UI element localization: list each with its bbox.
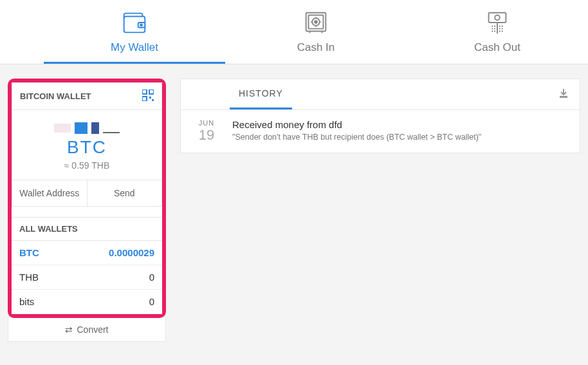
wallet-row-label: BTC	[19, 247, 39, 258]
history-item[interactable]: JUN 19 Received money from dfd "Sender d…	[181, 110, 580, 153]
qr-icon[interactable]	[142, 89, 154, 103]
svg-rect-18	[149, 97, 151, 98]
wallet-approx-value: ≈ 0.59 THB	[12, 160, 161, 171]
wallet-row-bits[interactable]: bits 0	[12, 290, 162, 314]
history-tab[interactable]: HISTORY	[230, 79, 292, 109]
wallet-row-label: bits	[19, 296, 34, 307]
svg-rect-16	[149, 89, 154, 94]
tab-my-wallet[interactable]: My Wallet	[44, 0, 225, 64]
all-wallets-title: ALL WALLETS	[12, 217, 162, 241]
wallet-address-button[interactable]: Wallet Address	[12, 180, 87, 206]
history-subtitle: "Sender don't have THB but recipient doe…	[232, 133, 481, 142]
history-date: JUN 19	[194, 119, 219, 144]
safe-icon	[301, 8, 331, 37]
svg-rect-17	[142, 97, 147, 101]
cash-out-icon	[482, 8, 512, 37]
tab-cash-out[interactable]: Cash Out	[407, 0, 588, 64]
balance-masked-graphic	[12, 122, 161, 135]
wallet-row-btc[interactable]: BTC 0.0000029	[12, 241, 162, 265]
svg-rect-13	[489, 13, 506, 23]
wallet-row-value: 0	[149, 272, 154, 283]
download-icon[interactable]	[558, 88, 569, 102]
svg-point-6	[315, 21, 317, 23]
convert-button[interactable]: ⇄ Convert	[8, 318, 166, 342]
send-button[interactable]: Send	[87, 180, 162, 206]
svg-rect-15	[142, 89, 147, 94]
convert-label: Convert	[77, 324, 108, 335]
tab-label: My Wallet	[111, 41, 158, 54]
wallet-row-value: 0.0000029	[109, 247, 154, 258]
wallet-row-thb[interactable]: THB 0	[12, 265, 162, 290]
wallet-row-label: THB	[19, 272, 39, 283]
tab-label: Cash In	[297, 41, 335, 54]
tab-label: Cash Out	[474, 41, 520, 54]
wallet-balance-display: BTC ≈ 0.59 THB	[12, 110, 161, 180]
bitcoin-wallet-card: BITCOIN WALLET BTC	[12, 82, 162, 207]
wallet-icon	[120, 8, 149, 37]
convert-icon: ⇄	[65, 324, 73, 335]
svg-point-2	[140, 24, 142, 26]
highlight-annotation: BITCOIN WALLET BTC	[8, 79, 166, 318]
history-title: Received money from dfd	[232, 119, 481, 130]
tab-cash-in[interactable]: Cash In	[225, 0, 407, 64]
wallet-row-value: 0	[149, 296, 154, 307]
history-month: JUN	[194, 119, 219, 127]
sidebar: BITCOIN WALLET BTC	[8, 79, 166, 342]
bitcoin-wallet-title: BITCOIN WALLET	[20, 91, 91, 101]
svg-rect-20	[560, 96, 567, 98]
history-panel: HISTORY JUN 19 Received money from dfd "…	[180, 79, 580, 153]
history-text: Received money from dfd "Sender don't ha…	[232, 119, 481, 142]
history-day: 19	[194, 127, 219, 144]
wallet-currency-label: BTC	[12, 137, 161, 158]
top-nav: My Wallet Cash In Cash Out	[0, 0, 588, 64]
svg-point-14	[495, 15, 500, 21]
svg-rect-19	[152, 99, 154, 101]
